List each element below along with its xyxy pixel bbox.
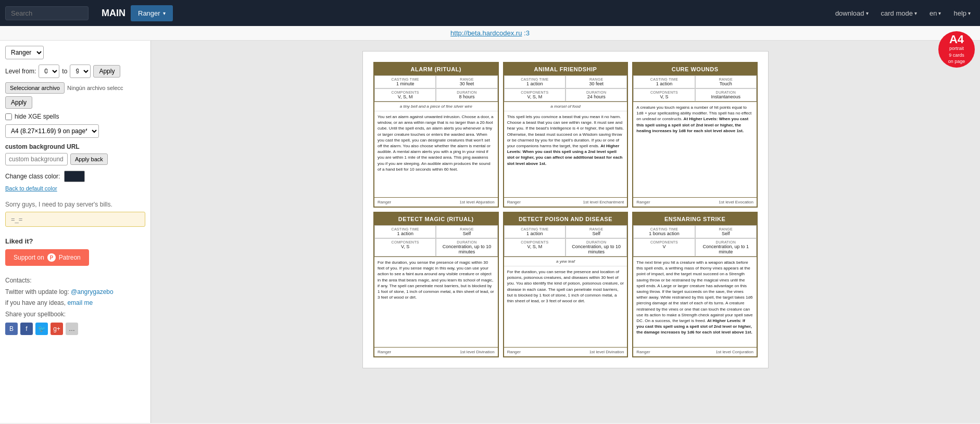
color-label: Change class color:	[5, 173, 60, 180]
bg-url-label: custom background URL	[5, 143, 145, 150]
sidebar: Ranger Level from: 0123 to 9123 Apply Se…	[0, 41, 151, 423]
casting-time-cell: CASTING TIME 1 minute	[374, 75, 436, 88]
color-swatch[interactable]	[64, 171, 85, 182]
card-name: DETECT MAGIC (RITUAL)	[374, 213, 498, 225]
range-cell: RANGE Self	[566, 225, 627, 238]
spell-card: DETECT POISON AND DISEASE CASTING TIME 1…	[503, 212, 629, 357]
email-row: if you have any ideas, email me	[5, 298, 145, 309]
file-choose-button[interactable]: Seleccionar archivo	[5, 82, 65, 94]
card-class: Ranger	[378, 200, 391, 204]
class-select[interactable]: Ranger	[5, 46, 44, 59]
liked-section: Liked it? Support on P Patreon	[5, 237, 145, 266]
patreon-circle-icon: P	[47, 253, 56, 262]
card-name: ENSNARING STRIKE	[633, 213, 757, 225]
url-suffix: :3	[522, 29, 529, 37]
ranger-dropdown[interactable]: Ranger	[131, 5, 173, 21]
hide-xge-checkbox[interactable]	[5, 113, 12, 120]
back-default-link[interactable]: Back to default color	[5, 185, 145, 192]
a4-letter: A4	[949, 34, 964, 45]
page-size-select[interactable]: A4 (8.27×11.69) 9 on page* Letter 9 on p…	[5, 124, 99, 138]
card-level: 1st level Enchantment	[583, 200, 624, 204]
card-page: ALARM (RITUAL) CASTING TIME 1 minute RAN…	[362, 51, 769, 368]
range-cell: RANGE 30 feet	[566, 75, 627, 88]
hide-xge-row: hide XGE spells	[5, 113, 145, 120]
patreon-button[interactable]: Support on P Patreon	[5, 249, 89, 266]
apply-level-button[interactable]: Apply	[93, 65, 120, 78]
vk-icon[interactable]: В	[5, 323, 18, 335]
card-class: Ranger	[507, 200, 521, 204]
help-button[interactable]: help	[949, 7, 975, 20]
level-to-select[interactable]: 9123	[70, 65, 91, 78]
spell-card: ENSNARING STRIKE CASTING TIME 1 bonus ac…	[632, 212, 758, 357]
card-footer: Ranger 1st level Evocation	[633, 197, 757, 207]
url-link[interactable]: http://beta.hardcodex.ru	[450, 29, 522, 37]
level-to-label: to	[62, 68, 67, 75]
card-body: For the duration, you sense the presence…	[374, 257, 498, 347]
range-cell: RANGE 30 feet	[436, 75, 497, 88]
facebook-icon[interactable]: f	[20, 323, 33, 335]
card-body: This spell lets you convince a beast tha…	[504, 111, 627, 197]
card-class: Ranger	[636, 350, 650, 354]
card-material: a morsel of food	[504, 102, 627, 111]
duration-cell: DURATION Concentration, up to 10 minutes	[436, 238, 497, 256]
level-range-row: Level from: 0123 to 9123 Apply	[5, 65, 145, 78]
level-from-select[interactable]: 0123	[39, 65, 59, 78]
email-link[interactable]: email me	[67, 299, 93, 306]
main-layout: Ranger Level from: 0123 to 9123 Apply Se…	[0, 41, 980, 423]
duration-cell: DURATION Concentration, up to 1 minute	[695, 238, 757, 256]
google-plus-icon[interactable]: g+	[51, 323, 63, 335]
card-mode-button[interactable]: card mode	[877, 7, 921, 20]
range-cell: RANGE Self	[695, 225, 757, 238]
patreon-platform-label: Patreon	[59, 254, 81, 261]
casting-time-cell: CASTING TIME 1 action	[633, 75, 695, 88]
bg-url-row: Apply back	[5, 153, 145, 165]
bg-url-input[interactable]	[5, 153, 68, 165]
a4-line4: on page	[948, 58, 965, 65]
download-button[interactable]: download	[831, 7, 873, 20]
card-class: Ranger	[507, 350, 521, 354]
card-footer: Ranger 1st level Enchantment	[504, 197, 627, 207]
twitter-share-icon[interactable]: 🐦	[35, 323, 48, 335]
liked-label: Liked it?	[5, 237, 145, 245]
card-material: a yew leaf	[504, 257, 627, 266]
a4-line2: portrait	[949, 45, 964, 52]
more-icon[interactable]: …	[66, 323, 78, 335]
card-level: 1st level Divination	[460, 350, 495, 354]
level-from-label: Level from:	[5, 68, 36, 75]
card-body: You set an alarm against unwanted intrus…	[374, 111, 498, 197]
spell-card: ALARM (RITUAL) CASTING TIME 1 minute RAN…	[373, 62, 499, 208]
apply-file-button[interactable]: Apply	[5, 96, 32, 109]
share-row: В f 🐦 g+ …	[5, 323, 145, 335]
card-body: The next time you hit a creature with a …	[633, 257, 757, 347]
lang-button[interactable]: en	[925, 7, 945, 20]
casting-time-cell: CASTING TIME 1 action	[504, 225, 566, 238]
duration-cell: DURATION 24 hours	[566, 88, 627, 101]
card-name: ANIMAL FRIENDSHIP	[504, 63, 627, 75]
card-name: ALARM (RITUAL)	[374, 63, 498, 75]
hide-xge-label: hide XGE spells	[15, 113, 59, 120]
bg-url-section: custom background URL Apply back	[5, 143, 145, 165]
card-name: CURE WOUNDS	[633, 63, 757, 75]
duration-cell: DURATION Instantaneous	[695, 88, 757, 101]
components-cell: COMPONENTS V, S, M	[504, 88, 566, 101]
main-content: ALARM (RITUAL) CASTING TIME 1 minute RAN…	[151, 41, 980, 423]
url-bar: http://beta.hardcodex.ru :3	[0, 26, 980, 41]
card-level: 1st level Divination	[589, 350, 624, 354]
contacts-label: Contacts:	[5, 275, 145, 287]
top-navigation: MAIN Ranger download card mode en help	[0, 0, 980, 26]
card-footer: Ranger 1st level Abjuration	[374, 197, 498, 207]
twitter-link[interactable]: @angrygazebo	[71, 288, 114, 295]
components-cell: COMPONENTS V	[633, 238, 695, 256]
apply-back-button[interactable]: Apply back	[70, 153, 108, 165]
card-material: a tiny bell and a piece of fine silver w…	[374, 102, 498, 111]
card-stats: CASTING TIME 1 minute RANGE 30 feet COMP…	[374, 75, 498, 102]
card-level: 1st level Conjuration	[716, 350, 753, 354]
range-cell: RANGE Touch	[695, 75, 757, 88]
card-stats: CASTING TIME 1 action RANGE Self COMPONE…	[504, 225, 627, 257]
card-class: Ranger	[378, 350, 391, 354]
search-input[interactable]	[5, 6, 89, 20]
card-stats: CASTING TIME 1 action RANGE Self COMPONE…	[374, 225, 498, 257]
notice-text: Sorry guys, I need to pay server's bills…	[5, 200, 145, 209]
card-footer: Ranger 1st level Divination	[374, 347, 498, 356]
components-cell: COMPONENTS V, S	[633, 88, 695, 101]
